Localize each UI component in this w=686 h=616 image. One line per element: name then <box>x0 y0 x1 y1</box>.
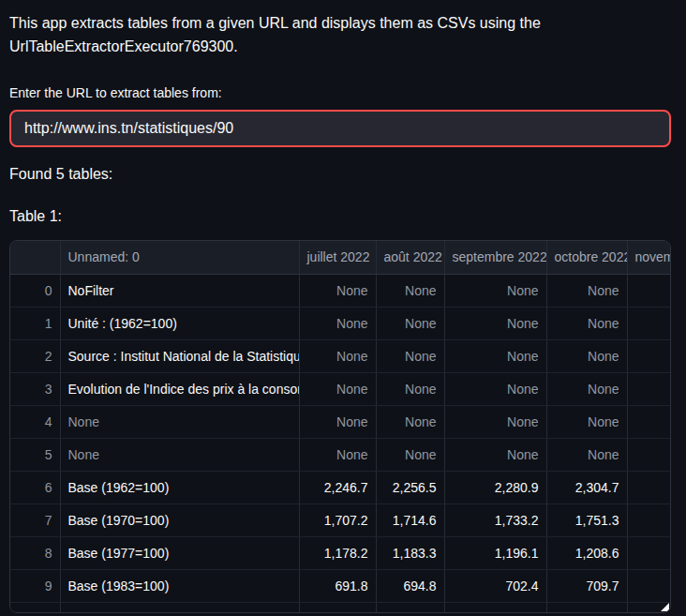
column-header[interactable]: septembre 2022 <box>444 241 546 274</box>
dataframe-container[interactable]: Unnamed: 0juillet 2022août 2022septembre… <box>9 240 671 613</box>
table-title: Table 1: <box>9 205 671 228</box>
table-row: 9Base (1983=100)691.8694.8702.4709.7 <box>10 569 671 602</box>
url-input-label: Enter the URL to extract tables from: <box>9 83 671 102</box>
table-cell[interactable]: None <box>546 405 627 438</box>
intro-text: This app extracts tables from a given UR… <box>9 11 671 58</box>
table-cell[interactable]: 1,196.1 <box>444 536 546 569</box>
table-cell[interactable]: None <box>444 372 546 405</box>
table-cell[interactable]: None <box>60 405 299 438</box>
table-cell[interactable]: None <box>546 307 627 339</box>
table-cell[interactable]: None <box>546 438 627 471</box>
table-cell[interactable] <box>444 602 546 613</box>
table-cell[interactable]: Base (1983=100) <box>60 569 299 602</box>
row-index-cell[interactable]: 2 <box>10 339 60 372</box>
table-cell[interactable]: 2,304.7 <box>546 471 627 503</box>
table-cell[interactable]: None <box>299 405 376 438</box>
table-cell[interactable]: None <box>299 438 376 471</box>
table-cell[interactable] <box>627 339 671 372</box>
table-cell[interactable] <box>627 438 671 471</box>
table-cell[interactable]: None <box>376 307 444 339</box>
column-header[interactable]: Unnamed: 0 <box>60 241 299 274</box>
table-cell[interactable]: 694.8 <box>376 569 444 602</box>
index-column-header[interactable] <box>10 241 60 274</box>
table-cell[interactable]: None <box>376 274 444 307</box>
row-index-cell[interactable]: 7 <box>10 503 60 536</box>
table-cell[interactable]: 1,707.2 <box>299 503 376 536</box>
row-index-cell[interactable]: 8 <box>10 536 60 569</box>
table-header-row: Unnamed: 0juillet 2022août 2022septembre… <box>10 241 671 274</box>
table-cell[interactable]: 1,714.6 <box>376 503 444 536</box>
table-cell[interactable]: None <box>376 405 444 438</box>
table-cell[interactable] <box>627 503 671 536</box>
table-cell[interactable] <box>627 471 671 503</box>
row-index-cell[interactable]: 3 <box>10 372 60 405</box>
table-cell[interactable]: 2,256.5 <box>376 471 444 503</box>
row-index-cell[interactable]: 5 <box>10 438 60 471</box>
table-cell[interactable]: None <box>299 339 376 372</box>
table-cell[interactable]: 702.4 <box>444 569 546 602</box>
table-header: Unnamed: 0juillet 2022août 2022septembre… <box>10 241 671 274</box>
row-index-cell[interactable]: 6 <box>10 471 60 503</box>
row-index-cell[interactable]: 0 <box>10 274 60 307</box>
table-cell[interactable]: None <box>299 372 376 405</box>
table-row: 3Evolution de l'Indice des prix à la con… <box>10 372 671 405</box>
row-index-cell[interactable]: 9 <box>10 569 60 602</box>
table-cell[interactable]: Base (1970=100) <box>60 503 299 536</box>
table-cell[interactable] <box>627 569 671 602</box>
table-cell[interactable]: Evolution de l'Indice des prix à la cons… <box>60 372 299 405</box>
column-header[interactable]: novembre 2022 <box>627 241 671 274</box>
table-cell[interactable]: 1,751.3 <box>546 503 627 536</box>
table-cell[interactable]: None <box>444 307 546 339</box>
table-cell[interactable]: 1,208.6 <box>546 536 627 569</box>
row-index-cell[interactable]: 1 <box>10 307 60 339</box>
table-cell[interactable] <box>376 602 444 613</box>
table-cell[interactable]: 709.7 <box>546 569 627 602</box>
column-header[interactable]: octobre 2022 <box>546 241 627 274</box>
table-cell[interactable]: None <box>546 372 627 405</box>
table-cell[interactable] <box>627 602 671 613</box>
row-index-cell[interactable]: 10 <box>10 602 60 613</box>
table-cell[interactable] <box>627 274 671 307</box>
table-cell[interactable]: None <box>444 438 546 471</box>
table-cell[interactable]: None <box>444 405 546 438</box>
data-table: Unnamed: 0juillet 2022août 2022septembre… <box>10 241 671 613</box>
table-row: 0NoFilterNoneNoneNoneNone <box>10 274 671 307</box>
table-cell[interactable]: None <box>60 438 299 471</box>
table-cell[interactable] <box>627 372 671 405</box>
table-row: 10Base (1990=100) <box>10 602 671 613</box>
table-row: 8Base (1977=100)1,178.21,183.31,196.11,2… <box>10 536 671 569</box>
table-cell[interactable]: Unité : (1962=100) <box>60 307 299 339</box>
table-cell[interactable]: NoFilter <box>60 274 299 307</box>
table-cell[interactable] <box>627 307 671 339</box>
table-cell[interactable]: None <box>299 274 376 307</box>
table-cell[interactable]: Base (1977=100) <box>60 536 299 569</box>
table-cell[interactable]: None <box>376 438 444 471</box>
table-cell[interactable] <box>627 405 671 438</box>
table-cell[interactable]: None <box>444 339 546 372</box>
row-index-cell[interactable]: 4 <box>10 405 60 438</box>
table-cell[interactable]: Source : Institut National de la Statist… <box>60 339 299 372</box>
table-cell[interactable]: None <box>546 274 627 307</box>
table-cell[interactable] <box>299 602 376 613</box>
table-cell[interactable]: 1,733.2 <box>444 503 546 536</box>
table-row: 4NoneNoneNoneNoneNone <box>10 405 671 438</box>
column-header[interactable]: août 2022 <box>376 241 444 274</box>
table-cell[interactable]: 1,178.2 <box>299 536 376 569</box>
table-cell[interactable]: Base (1962=100) <box>60 471 299 503</box>
table-cell[interactable]: None <box>444 274 546 307</box>
table-cell[interactable] <box>627 536 671 569</box>
table-cell[interactable]: 691.8 <box>299 569 376 602</box>
table-cell[interactable]: None <box>546 339 627 372</box>
table-cell[interactable]: None <box>299 307 376 339</box>
table-cell[interactable]: 1,183.3 <box>376 536 444 569</box>
table-cell[interactable]: None <box>376 339 444 372</box>
url-input[interactable] <box>9 110 671 147</box>
table-body: 0NoFilterNoneNoneNoneNone1Unité : (1962=… <box>10 274 671 613</box>
table-cell[interactable] <box>546 602 627 613</box>
table-cell[interactable]: 2,280.9 <box>444 471 546 503</box>
table-cell[interactable]: None <box>376 372 444 405</box>
table-row: 6Base (1962=100)2,246.72,256.52,280.92,3… <box>10 471 671 503</box>
table-cell[interactable]: 2,246.7 <box>299 471 376 503</box>
table-cell[interactable]: Base (1990=100) <box>60 602 299 613</box>
column-header[interactable]: juillet 2022 <box>299 241 376 274</box>
